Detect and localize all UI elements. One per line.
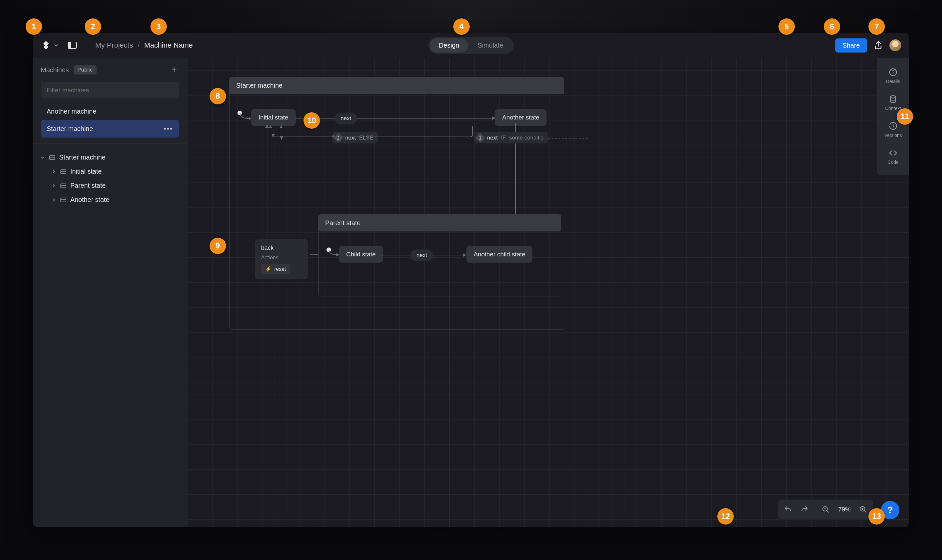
tree-label: Parent state [70,182,106,189]
transition-label: next [487,135,498,141]
logo-menu[interactable] [41,40,59,51]
add-machine-button[interactable]: + [169,65,179,75]
visibility-badge: Public [74,65,97,74]
transition-back-box[interactable]: back Actions ⚡ reset [255,239,308,279]
machine-container[interactable]: Starter machine Initial state next Anoth… [229,77,564,329]
state-initial[interactable]: Initial state [251,109,296,126]
redo-button[interactable] [797,502,812,517]
state-child[interactable]: Child state [339,246,383,263]
callout-2: 2 [85,18,101,35]
mode-tabs: Design Simulate [428,37,514,54]
rail-label: Versions [884,132,902,138]
parent-state-title[interactable]: Parent state [319,215,561,231]
chevron-right-icon [52,198,57,202]
zoom-in-button[interactable] [856,502,870,517]
canvas[interactable]: Starter machine Initial state next Anoth… [187,58,909,527]
state-another[interactable]: Another state [495,109,547,126]
app-logo-icon [41,40,51,51]
tree-label: Initial state [70,168,102,175]
callout-6: 6 [824,18,840,35]
breadcrumb-sep: / [138,41,140,49]
state-icon [49,155,55,160]
svg-marker-11 [463,254,466,257]
callout-1: 1 [26,18,42,35]
priority-badge: 1 [475,132,485,143]
info-icon [888,68,898,77]
action-chip-reset[interactable]: ⚡ reset [261,264,290,274]
rail-label: Context [885,106,901,111]
share-button[interactable]: Share [835,38,867,52]
rail-details[interactable]: Details [877,64,909,87]
breadcrumb: My Projects / Machine Name [95,41,193,49]
tab-design[interactable]: Design [430,38,469,52]
transition-next-child[interactable]: next [410,249,433,261]
tab-simulate[interactable]: Simulate [469,38,512,52]
svg-point-18 [890,96,896,98]
machine-item-label: Starter machine [47,125,93,132]
tree-label: Another state [70,196,109,203]
svg-line-23 [864,511,866,512]
chevron-down-icon [41,155,45,160]
rail-label: Details [886,79,900,84]
undo-button[interactable] [781,502,795,517]
state-tree: Starter machine Initial state Parent sta… [33,144,187,213]
header-right: Share [835,38,901,52]
tree-item-another[interactable]: Another state [37,193,182,207]
machine-item-another[interactable]: Another machine [41,103,179,120]
transition-condition: some conditio [509,135,544,141]
action-name: reset [274,266,286,272]
breadcrumb-parent[interactable]: My Projects [95,41,133,49]
transition-if: IF [501,135,506,141]
machine-item-menu-icon[interactable]: ••• [163,125,173,133]
svg-marker-7 [280,136,283,140]
transition-next-else[interactable]: 2 next ELSE [332,132,378,143]
tree-root[interactable]: Starter machine [37,150,182,165]
sidebar-toggle-icon[interactable] [68,42,77,49]
export-icon[interactable] [874,41,883,50]
bolt-icon: ⚡ [265,266,271,272]
history-icon [888,122,898,131]
machines-list: Another machine Starter machine ••• [33,103,187,143]
transition-next-if[interactable]: 1 next IF some conditio [474,132,548,143]
initial-state-marker-icon [327,248,331,252]
tree-item-parent[interactable]: Parent state [37,178,182,193]
avatar[interactable] [890,39,901,51]
tree-item-initial[interactable]: Initial state [37,165,182,178]
callout-12: 12 [717,508,734,525]
callout-10: 10 [304,112,320,129]
breadcrumb-current: Machine Name [144,41,193,49]
canvas-wrap: Starter machine Initial state next Anoth… [187,58,909,527]
machine-title[interactable]: Starter machine [230,77,564,94]
header: My Projects / Machine Name Design Simula… [33,33,909,58]
transition-else: ELSE [359,135,373,141]
actions-label: Actions [261,255,302,261]
zoom-level: 79% [835,506,854,513]
redo-icon [800,505,809,514]
callout-13: 13 [868,508,885,525]
sidebar-header: Machines Public + [33,58,187,80]
separator [815,503,815,515]
callout-11: 11 [897,108,913,125]
svg-line-20 [827,511,829,512]
filter-machines-input[interactable] [41,82,179,98]
sidebar-title: Machines [41,66,69,74]
state-icon [60,183,66,188]
app-window: My Projects / Machine Name Design Simula… [33,33,909,527]
initial-state-marker-icon [237,111,242,115]
transition-next[interactable]: next [335,112,357,125]
sidebar: Machines Public + Another machine Starte… [33,58,187,527]
callout-4: 4 [453,18,470,35]
callout-8: 8 [210,88,226,105]
callout-5: 5 [779,18,795,35]
machine-item-starter[interactable]: Starter machine ••• [41,120,179,137]
transition-label: next [345,135,356,141]
bottom-toolbar: 79% [778,500,873,519]
chevron-right-icon [52,184,57,188]
body: Machines Public + Another machine Starte… [33,58,909,527]
chevron-right-icon [52,170,57,174]
priority-badge: 2 [333,132,343,143]
zoom-out-button[interactable] [819,502,833,517]
rail-code[interactable]: Code [877,145,909,168]
state-another-child[interactable]: Another child state [466,246,532,263]
parent-state-container[interactable]: Parent state Child state next Another ch… [318,214,561,296]
